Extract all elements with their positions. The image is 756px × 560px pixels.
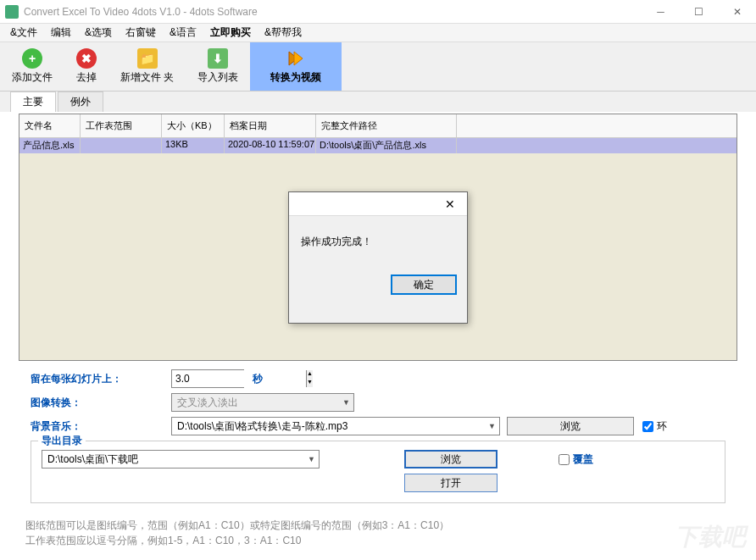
stay-spinner[interactable]: ▲ ▼ — [171, 369, 244, 388]
col-range[interactable]: 工作表范围 — [81, 114, 162, 137]
add-icon: + — [22, 48, 42, 69]
success-dialog: ✕ 操作成功完成！ 确定 — [288, 191, 468, 324]
export-legend: 导出目录 — [38, 434, 86, 448]
menu-file[interactable]: &文件 — [3, 24, 44, 42]
toolbar: + 添加文件 ✖ 去掉 📁 新增文件 夹 ⬇ 导入列表 转换为视频 — [0, 42, 756, 91]
table-row[interactable]: 产品信息.xls 13KB 2020-08-10 11:59:07 D:\too… — [19, 138, 737, 153]
stay-unit: 秒 — [253, 372, 263, 386]
remove-label: 去掉 — [76, 70, 97, 85]
import-icon: ⬇ — [208, 48, 228, 69]
tabbar: 主要 例外 — [0, 91, 756, 112]
bgm-label: 背景音乐： — [19, 419, 171, 434]
cell-date: 2020-08-10 11:59:07 — [225, 138, 316, 153]
stay-input[interactable] — [172, 370, 306, 387]
window-title: Convert Excel To Video 4dots V1.0 - 4dot… — [24, 6, 642, 18]
table-header: 文件名 工作表范围 大小（KB） 档案日期 完整文件路径 — [19, 114, 737, 138]
add-file-button[interactable]: + 添加文件 — [0, 42, 64, 91]
overwrite-checkbox-input[interactable] — [559, 454, 570, 465]
overwrite-checkbox[interactable]: 覆盖 — [559, 452, 593, 467]
dialog-titlebar: ✕ — [289, 192, 467, 216]
transition-label: 图像转换： — [19, 396, 171, 410]
overwrite-label: 覆盖 — [573, 452, 593, 467]
convert-video-button[interactable]: 转换为视频 — [250, 42, 342, 91]
export-path-combo[interactable]: D:\tools\桌面\下载吧 ▼ — [42, 450, 320, 469]
dialog-message: 操作成功完成！ — [289, 216, 467, 268]
convert-label: 转换为视频 — [270, 70, 321, 85]
cell-filename: 产品信息.xls — [19, 138, 81, 153]
export-open-button[interactable]: 打开 — [404, 474, 498, 492]
convert-icon — [286, 48, 306, 69]
bgm-browse-button[interactable]: 浏览 — [507, 417, 634, 435]
cell-size: 13KB — [162, 138, 225, 153]
ring-checkbox-input[interactable] — [642, 421, 653, 432]
window-titlebar: Convert Excel To Video 4dots V1.0 - 4dot… — [0, 0, 756, 24]
export-group: 导出目录 D:\tools\桌面\下载吧 ▼ 浏览 覆盖 打开 — [31, 441, 725, 503]
hint-line1: 图纸范围可以是图纸编号，范围（例如A1：C10）或特定图纸编号的范围（例如3：A… — [25, 518, 736, 533]
chevron-down-icon: ▼ — [488, 422, 496, 430]
col-size[interactable]: 大小（KB） — [162, 114, 225, 137]
menu-rightkey[interactable]: 右窗键 — [119, 24, 163, 42]
menu-buy[interactable]: 立即购买 — [203, 24, 258, 42]
remove-button[interactable]: ✖ 去掉 — [64, 42, 108, 91]
menu-edit[interactable]: 编辑 — [44, 24, 78, 42]
tab-main[interactable]: 主要 — [10, 91, 56, 112]
chevron-down-icon: ▼ — [308, 455, 315, 463]
transition-combo[interactable]: 交叉淡入淡出 ▼ — [171, 393, 354, 412]
hint-line2: 工作表范围应以逗号分隔，例如1-5，A1：C10，3：A1：C10 — [25, 533, 736, 548]
bgm-combo[interactable]: D:\tools\桌面\格式转换\走马-陈粒.mp3 ▼ — [171, 417, 500, 435]
hint-text: 图纸范围可以是图纸编号，范围（例如A1：C10）或特定图纸编号的范围（例如3：A… — [25, 518, 736, 548]
export-browse-button[interactable]: 浏览 — [404, 450, 498, 469]
dialog-ok-button[interactable]: 确定 — [391, 274, 457, 295]
close-button[interactable]: ✕ — [718, 0, 756, 24]
ring-checkbox[interactable]: 环 — [642, 419, 667, 434]
menu-help[interactable]: &帮帮我 — [258, 24, 309, 42]
ring-label: 环 — [657, 419, 667, 434]
col-filename[interactable]: 文件名 — [19, 114, 81, 137]
maximize-button[interactable]: ☐ — [680, 0, 718, 24]
import-list-button[interactable]: ⬇ 导入列表 — [186, 42, 250, 91]
app-icon — [5, 5, 19, 19]
spin-up[interactable]: ▲ — [307, 370, 313, 379]
col-path[interactable]: 完整文件路径 — [316, 114, 457, 137]
add-file-label: 添加文件 — [12, 70, 53, 85]
cell-path: D:\tools\桌面\产品信息.xls — [316, 138, 457, 153]
dialog-close-button[interactable]: ✕ — [433, 197, 467, 211]
new-folder-button[interactable]: 📁 新增文件 夹 — [108, 42, 186, 91]
remove-icon: ✖ — [76, 48, 97, 69]
options-panel: 留在每张幻灯片上： ▲ ▼ 秒 图像转换： 交叉淡入淡出 ▼ 背景音乐： D:\… — [19, 369, 737, 503]
folder-icon: 📁 — [137, 48, 158, 69]
chevron-down-icon: ▼ — [342, 398, 350, 407]
bgm-value: D:\tools\桌面\格式转换\走马-陈粒.mp3 — [177, 419, 347, 434]
import-label: 导入列表 — [197, 70, 238, 85]
menu-lang[interactable]: &语言 — [163, 24, 203, 42]
minimize-button[interactable]: ─ — [642, 0, 680, 24]
menubar: &文件 编辑 &选项 右窗键 &语言 立即购买 &帮帮我 — [0, 24, 756, 42]
tab-except[interactable]: 例外 — [58, 91, 103, 112]
col-date[interactable]: 档案日期 — [225, 114, 316, 137]
stay-label: 留在每张幻灯片上： — [19, 372, 171, 386]
new-folder-label: 新增文件 夹 — [120, 70, 174, 85]
menu-options[interactable]: &选项 — [78, 24, 119, 42]
spin-down[interactable]: ▼ — [307, 379, 313, 387]
transition-value: 交叉淡入淡出 — [177, 396, 238, 410]
cell-range — [81, 138, 162, 153]
export-path-value: D:\tools\桌面\下载吧 — [47, 452, 138, 467]
